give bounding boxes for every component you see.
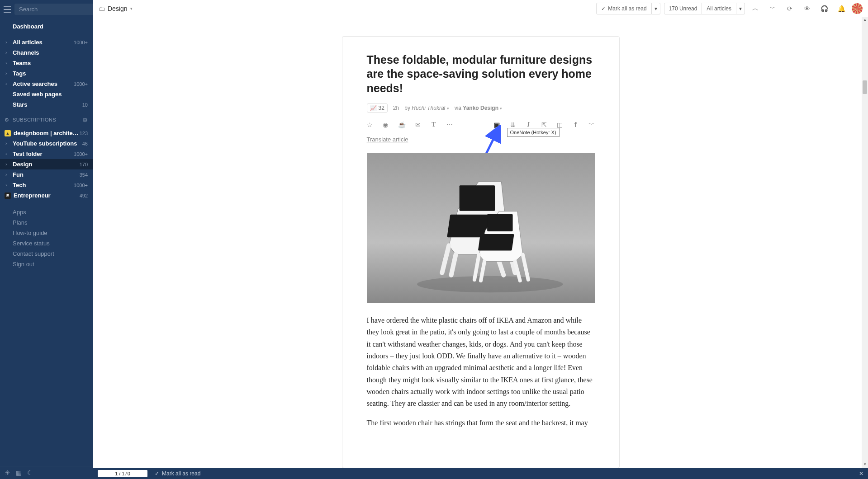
dropbox-icon[interactable]: ⇊ bbox=[510, 121, 516, 128]
folder-icon: 🗀 bbox=[99, 5, 105, 12]
expand-icon[interactable]: ﹀ bbox=[588, 121, 595, 129]
footer-link[interactable]: Contact support bbox=[0, 249, 93, 259]
scroll-up-arrow[interactable]: ▴ bbox=[862, 17, 868, 23]
footer-link[interactable]: How-to guide bbox=[0, 228, 93, 238]
unread-count-button[interactable]: 170 Unread bbox=[664, 3, 702, 14]
mark-all-read-button[interactable]: ✓ Mark all as read bbox=[596, 3, 651, 14]
dark-theme-icon[interactable]: ☾ bbox=[27, 469, 33, 476]
filter-dropdown[interactable]: ▾ bbox=[736, 3, 745, 14]
filter-button[interactable]: All articles bbox=[702, 3, 736, 14]
subscription-item[interactable]: ›YouTube subscriptions46 bbox=[0, 138, 93, 149]
subscription-count: 46 bbox=[82, 141, 88, 146]
nav-item[interactable]: ›Teams bbox=[0, 58, 93, 68]
nav-item[interactable]: ›Channels bbox=[0, 47, 93, 58]
close-bar-button[interactable]: ✕ bbox=[859, 470, 863, 477]
headphones-icon[interactable]: 🎧 bbox=[817, 2, 831, 15]
source-link[interactable]: Yanko Design bbox=[463, 105, 498, 111]
chevron-down-icon[interactable]: ▾ bbox=[447, 106, 449, 111]
chevron-right-icon: › bbox=[5, 71, 7, 76]
content-scroll[interactable]: These foldable, modular furniture design… bbox=[93, 17, 868, 468]
facebook-icon[interactable]: f bbox=[573, 121, 579, 128]
subscription-item[interactable]: ›Design170 bbox=[0, 159, 93, 169]
mark-all-dropdown[interactable]: ▾ bbox=[652, 3, 660, 14]
more-icon[interactable]: ⋯ bbox=[446, 121, 453, 128]
email-icon[interactable]: ✉ bbox=[415, 121, 421, 128]
subscription-item[interactable]: ›Test folder1000+ bbox=[0, 149, 93, 159]
bottom-bar: ✓ Mark all as read ✕ bbox=[93, 468, 868, 479]
nav-item[interactable]: ›All articles1000+ bbox=[0, 37, 93, 47]
subscription-item[interactable]: EEntrepreneur492 bbox=[0, 190, 93, 201]
author-link[interactable]: Ruchi Thukral bbox=[412, 105, 445, 111]
next-article-button[interactable]: ﹀ bbox=[766, 2, 779, 15]
read-toggle-icon[interactable]: ◉ bbox=[383, 121, 389, 128]
feed-icon: ▲ bbox=[5, 130, 11, 136]
footer-link[interactable]: Apps bbox=[0, 207, 93, 217]
nav-item[interactable]: Saved web pages bbox=[0, 89, 93, 99]
eye-icon[interactable]: 👁 bbox=[800, 2, 814, 15]
mark-all-read-bottom[interactable]: ✓ Mark all as read bbox=[155, 470, 200, 477]
mark-all-read-group: ✓ Mark all as read ▾ bbox=[596, 3, 660, 14]
subscription-item[interactable]: ›Tech1000+ bbox=[0, 180, 93, 190]
nav-item[interactable]: ›Tags bbox=[0, 68, 93, 79]
scrollbar-thumb[interactable] bbox=[863, 80, 867, 94]
subscription-count: 354 bbox=[80, 172, 88, 178]
open-icon[interactable]: ◫ bbox=[557, 121, 563, 128]
nav-dashboard[interactable]: Dashboard bbox=[0, 21, 93, 32]
main-area: 🗀 Design ▾ ✓ Mark all as read ▾ 170 Unre… bbox=[93, 0, 868, 479]
subscription-count: 170 bbox=[80, 162, 88, 167]
share-icon[interactable]: ⇱ bbox=[541, 121, 547, 128]
article-body: I have ordered the white plastic chairs … bbox=[367, 315, 595, 429]
article-age: 2h bbox=[393, 105, 399, 111]
subscriptions-label: SUBSCRIPTIONS bbox=[13, 117, 56, 122]
hamburger-menu-button[interactable] bbox=[4, 5, 11, 14]
trend-badge[interactable]: 📈 32 bbox=[367, 103, 388, 113]
refresh-button[interactable]: ⟳ bbox=[783, 2, 797, 15]
nav-count: 1000+ bbox=[74, 81, 88, 87]
filter-group: 170 Unread All articles ▾ bbox=[664, 3, 745, 14]
nav-item[interactable]: ›Active searches1000+ bbox=[0, 79, 93, 89]
gear-icon[interactable]: ⚙ bbox=[5, 117, 9, 123]
check-icon: ✓ bbox=[155, 470, 159, 477]
paragraph: I have ordered the white plastic chairs … bbox=[367, 315, 595, 410]
scrollbar[interactable]: ▴ ▾ bbox=[862, 17, 868, 468]
svg-rect-6 bbox=[478, 234, 514, 250]
instapaper-icon[interactable]: I bbox=[526, 121, 531, 128]
subscription-item[interactable]: ▲designboom | architecture & …123 bbox=[0, 128, 93, 138]
nav-label: All articles bbox=[13, 39, 74, 46]
article-byline: by Ruchi Thukral ▾ bbox=[404, 105, 449, 111]
article-meta: 📈 32 2h by Ruchi Thukral ▾ via Yanko Des… bbox=[367, 103, 595, 113]
nav-count: 1000+ bbox=[74, 40, 88, 45]
subscription-label: Entrepreneur bbox=[14, 192, 80, 199]
chevron-right-icon: › bbox=[5, 50, 7, 55]
chevron-down-icon: ▾ bbox=[130, 6, 133, 11]
notifications-icon[interactable]: 🔔 bbox=[835, 2, 848, 15]
prev-article-button[interactable]: ︿ bbox=[749, 2, 762, 15]
subscription-label: Fun bbox=[13, 171, 80, 178]
search-input[interactable] bbox=[14, 4, 100, 15]
footer-link[interactable]: Service status bbox=[0, 238, 93, 249]
grid-icon[interactable]: ▦ bbox=[16, 469, 22, 476]
translate-link[interactable]: Translate article bbox=[367, 136, 408, 143]
mark-all-label: Mark all as read bbox=[608, 5, 646, 12]
footer-link[interactable]: Plans bbox=[0, 217, 93, 228]
subscription-item[interactable]: ›Fun354 bbox=[0, 169, 93, 180]
breadcrumb-label: Design bbox=[108, 5, 128, 12]
topbar: 🗀 Design ▾ ✓ Mark all as read ▾ 170 Unre… bbox=[93, 0, 868, 17]
page-input[interactable] bbox=[98, 470, 147, 477]
chevron-right-icon: › bbox=[5, 40, 7, 45]
user-avatar[interactable] bbox=[852, 3, 863, 14]
light-theme-icon[interactable]: ☀ bbox=[5, 469, 10, 476]
trend-count: 32 bbox=[379, 105, 384, 111]
footer-link[interactable]: Sign out bbox=[0, 259, 93, 269]
scroll-down-arrow[interactable]: ▾ bbox=[862, 462, 868, 468]
subscription-count: 1000+ bbox=[74, 151, 88, 157]
text-icon[interactable]: T bbox=[431, 121, 437, 128]
onenote-icon[interactable]: ▣ bbox=[494, 121, 500, 128]
chevron-down-icon[interactable]: ▾ bbox=[500, 106, 502, 111]
star-icon[interactable]: ☆ bbox=[367, 121, 373, 128]
chevron-right-icon: › bbox=[5, 183, 7, 188]
nav-item[interactable]: Stars10 bbox=[0, 99, 93, 110]
breadcrumb[interactable]: 🗀 Design ▾ bbox=[99, 5, 133, 12]
add-subscription-button[interactable]: ⊕ bbox=[82, 116, 88, 123]
read-later-icon[interactable]: ☕ bbox=[398, 121, 405, 128]
